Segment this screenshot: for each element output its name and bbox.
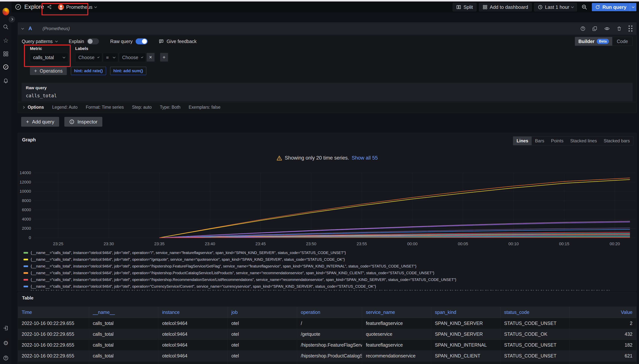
table-cell: calls_total bbox=[89, 362, 158, 364]
options-summary-items: Legend: AutoFormat: Time seriesStep: aut… bbox=[52, 105, 220, 110]
query-row-header[interactable]: A (Prometheus) bbox=[18, 23, 636, 34]
split-button[interactable]: Split bbox=[453, 3, 476, 12]
zoom-out-button[interactable] bbox=[580, 3, 589, 12]
table-row[interactable]: 2022-10-16 00:22:29.655calls_totalotelco… bbox=[18, 329, 636, 340]
label-value-select[interactable]: Choose bbox=[119, 53, 146, 62]
editor-mode-switcher: Builder Beta Code bbox=[575, 37, 633, 46]
y-tick-label: 0 bbox=[18, 235, 31, 240]
inspector-button[interactable]: Inspector bbox=[64, 117, 102, 127]
legend-item[interactable]: {__name__="calls_total", instance="otelc… bbox=[24, 256, 610, 263]
alerting-bell-icon[interactable] bbox=[2, 77, 9, 84]
builder-label: Builder bbox=[578, 39, 594, 44]
remove-label-button[interactable]: × bbox=[147, 53, 154, 62]
run-query-dropdown[interactable] bbox=[630, 3, 636, 11]
give-feedback-label: Give feedback bbox=[167, 39, 196, 44]
table-cell: STATUS_CODE_UNSET bbox=[500, 340, 570, 350]
legend-item[interactable]: {__name__="calls_total", instance="otelc… bbox=[24, 270, 610, 276]
browser-top-strip bbox=[0, 0, 639, 2]
query-row-actions bbox=[580, 26, 633, 32]
hint-add-sum-button[interactable]: hint: add sum() bbox=[110, 67, 146, 75]
run-query-label: Run query bbox=[602, 4, 626, 10]
options-label: Options bbox=[28, 105, 44, 110]
sign-in-icon[interactable] bbox=[2, 325, 9, 332]
table-header-cell[interactable]: span_kind bbox=[431, 306, 500, 318]
add-label-button[interactable]: + bbox=[160, 53, 168, 62]
table-cell: 2022-10-16 00:22:29.655 bbox=[18, 318, 89, 329]
x-tick-label: 23:55 bbox=[356, 242, 367, 246]
legend-item-clipped bbox=[31, 290, 610, 291]
table-row[interactable]: 2022-10-16 00:22:29.655calls_totalotelco… bbox=[18, 318, 636, 329]
query-patterns-dropdown[interactable]: Query patterns bbox=[22, 39, 58, 44]
legend-swatch bbox=[24, 252, 28, 254]
table-cell: featureflagservice bbox=[362, 340, 431, 350]
raw-query-switch[interactable] bbox=[136, 38, 148, 44]
operations-button[interactable]: + Operations bbox=[30, 67, 67, 75]
table-cell: calls_total bbox=[89, 340, 158, 350]
table-row[interactable]: 2022-10-16 00:22:29.655calls_totalotelco… bbox=[18, 340, 636, 350]
label-operator-select[interactable]: = bbox=[103, 53, 118, 62]
y-tick-label: 2000 bbox=[18, 226, 31, 231]
legend-item[interactable]: {__name__="calls_total", instance="otelc… bbox=[24, 283, 610, 290]
table-cell: 621 bbox=[570, 350, 636, 361]
explain-switch[interactable] bbox=[87, 38, 99, 44]
time-range-picker[interactable]: Last 1 hour bbox=[534, 3, 577, 12]
table-cell: STATUS_CODE_UNSET bbox=[500, 318, 570, 329]
table-header-cell[interactable]: job bbox=[228, 306, 297, 318]
metric-block: Metric calls_total bbox=[30, 46, 68, 62]
search-icon[interactable] bbox=[2, 24, 9, 30]
table-header-cell[interactable]: operation bbox=[297, 306, 362, 318]
query-options-summary[interactable]: Options Legend: AutoFormat: Time seriesS… bbox=[18, 102, 636, 112]
table-cell: recommendationservice bbox=[362, 362, 431, 364]
add-to-dashboard-button[interactable]: Add to dashboard bbox=[479, 3, 532, 12]
table-header-cell[interactable]: Time bbox=[18, 306, 89, 318]
hint-add-rate-button[interactable]: hint: add rate() bbox=[71, 67, 106, 75]
drag-handle-icon[interactable] bbox=[628, 26, 633, 32]
share-icon[interactable] bbox=[47, 4, 52, 9]
table-header-cell[interactable]: service_name bbox=[362, 306, 431, 318]
query-help-icon[interactable] bbox=[580, 26, 586, 31]
options-summary-item: Exemplars: false bbox=[189, 105, 220, 110]
duplicate-query-icon[interactable] bbox=[592, 26, 598, 31]
legend-item[interactable]: {__name__="calls_total", instance="otelc… bbox=[24, 276, 610, 283]
split-label: Split bbox=[463, 4, 473, 10]
dashboards-icon[interactable] bbox=[2, 50, 9, 57]
table-header-cell[interactable]: Value bbox=[570, 306, 636, 318]
builder-mode-button[interactable]: Builder Beta bbox=[575, 37, 612, 46]
table-header-cell[interactable]: status_code bbox=[500, 306, 570, 318]
legend-item[interactable]: {__name__="calls_total", instance="otelc… bbox=[24, 249, 610, 256]
legend-item[interactable]: {__name__="calls_total", instance="otelc… bbox=[24, 263, 610, 270]
table-row[interactable]: 2022-10-16 00:22:29.655calls_totalotelco… bbox=[18, 362, 636, 364]
run-query-button[interactable]: Run query bbox=[592, 3, 636, 11]
datasource-name: Prometheus bbox=[66, 4, 92, 10]
table-row[interactable]: 2022-10-16 00:22:29.655calls_totalotelco… bbox=[18, 350, 636, 362]
collapse-chevron-icon[interactable] bbox=[21, 27, 24, 29]
table-header-cell[interactable]: __name__ bbox=[89, 306, 158, 318]
query-ref-id: A bbox=[28, 26, 32, 32]
chevron-down-icon bbox=[141, 56, 143, 58]
legend-label: {__name__="calls_total", instance="otelc… bbox=[31, 258, 345, 262]
remove-query-trash-icon[interactable] bbox=[616, 26, 622, 31]
label-key-select[interactable]: Choose bbox=[75, 53, 102, 62]
hide-response-eye-icon[interactable] bbox=[604, 26, 610, 32]
query-datasource-hint: (Prometheus) bbox=[43, 26, 70, 31]
give-feedback-link[interactable]: Give feedback bbox=[159, 39, 196, 44]
help-icon[interactable] bbox=[2, 355, 9, 362]
raw-query-toggle-label: Raw query bbox=[110, 39, 133, 44]
explore-header: Explore bbox=[15, 3, 52, 11]
label-operator-value: = bbox=[106, 55, 109, 60]
grafana-logo-icon[interactable] bbox=[2, 8, 9, 15]
code-mode-button[interactable]: Code bbox=[612, 37, 632, 46]
sidebar-expand-button[interactable] bbox=[8, 16, 15, 23]
add-query-button[interactable]: +Add query bbox=[21, 117, 59, 127]
metric-select[interactable]: calls_total bbox=[30, 53, 68, 62]
graph-panel: Graph LinesBarsPointsStacked linesStacke… bbox=[18, 133, 636, 291]
table-header-cell[interactable]: instance bbox=[158, 306, 228, 318]
starred-icon[interactable]: ☆ bbox=[2, 37, 9, 44]
settings-gear-icon[interactable]: ⚙ bbox=[2, 340, 9, 346]
datasource-picker[interactable]: Prometheus bbox=[55, 3, 99, 11]
table-cell: 2022-10-16 00:22:29.655 bbox=[18, 329, 89, 340]
y-tick-label: 10000 bbox=[18, 189, 31, 194]
explore-nav-icon[interactable] bbox=[2, 64, 9, 70]
table-cell: otelcol:9464 bbox=[158, 318, 228, 329]
query-patterns-label: Query patterns bbox=[22, 39, 52, 44]
